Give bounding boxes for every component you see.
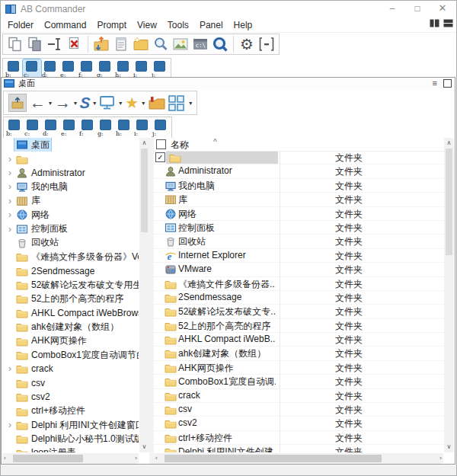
move-button[interactable] [92, 35, 110, 53]
menu-item-command[interactable]: Command [39, 20, 91, 30]
file-row[interactable]: 回收站文件夹 [154, 235, 444, 248]
drive-button-d[interactable]: d: [41, 59, 59, 78]
quick-search-button[interactable] [211, 35, 229, 53]
scrollbar-thumb[interactable] [446, 149, 452, 255]
tree-item[interactable]: ›控制面板 [2, 222, 139, 235]
file-row[interactable]: 库文件夹 [154, 193, 444, 206]
tree-item[interactable]: ›我的电脑 [2, 180, 139, 193]
tree-item[interactable]: 52上的那个高亮的程序 [2, 292, 139, 305]
tree-item[interactable]: ahk创建对象（数组） [2, 320, 139, 334]
drive-button-g[interactable]: g: [96, 59, 114, 78]
file-row[interactable]: VMware文件夹 [154, 263, 444, 276]
image-viewer-button[interactable] [171, 35, 190, 53]
expand-chevron-icon[interactable]: › [5, 196, 14, 206]
tree-item[interactable]: ›网络 [2, 208, 139, 222]
drive-button-j[interactable]: j: [151, 59, 169, 78]
scroll-right-icon[interactable]: › [439, 454, 442, 463]
scroll-down-icon[interactable]: ∨ [139, 442, 149, 452]
file-row[interactable]: ComboBox1宽度自动调...文件夹 [154, 375, 444, 388]
drive-button-b[interactable]: b: [5, 118, 24, 137]
file-row[interactable]: 《难搞文件多级备份器...文件夹 [154, 277, 444, 291]
file-row[interactable]: csv文件夹 [154, 403, 444, 417]
drive-button-e[interactable]: e: [59, 59, 78, 78]
tree-item[interactable]: 《难搞文件多级备份器》Ver. [2, 250, 139, 264]
file-row[interactable]: 我的电脑文件夹 [154, 179, 444, 193]
expand-chevron-icon[interactable]: › [5, 209, 14, 220]
file-row[interactable]: 52破解论坛发布破文专...文件夹 [154, 305, 444, 318]
tree-vertical-scrollbar[interactable]: ∧ ∨ [139, 138, 149, 452]
settings-button[interactable]: ⚙ [238, 35, 256, 53]
tree-item[interactable]: ›Delphi 利用INI文件创建窗口 [2, 418, 139, 432]
forward-history-dropdown[interactable]: ▾ [72, 100, 79, 107]
drive-button-g[interactable]: g: [97, 118, 115, 137]
scrollbar-thumb[interactable] [13, 455, 83, 462]
tree-item[interactable]: csv2 [2, 390, 139, 404]
menu-item-folder[interactable]: Folder [2, 20, 39, 30]
menu-item-tools[interactable]: Tools [162, 20, 194, 30]
file-row[interactable]: Administrator文件夹 [154, 165, 444, 178]
tree-item[interactable]: ›Administrator [2, 166, 139, 180]
horizontal-split-icon[interactable] [443, 19, 453, 27]
tree-item[interactable]: ComboBox1宽度自动调节的 [2, 348, 139, 362]
tree-item[interactable]: ctrl+移动控件 [2, 404, 139, 417]
copy-contents-button[interactable] [26, 35, 44, 53]
favorites-button[interactable]: ★ [125, 92, 139, 113]
panel-restore-icon[interactable] [443, 79, 452, 88]
list-vertical-scrollbar[interactable]: ∧ ∨ [444, 138, 454, 452]
swap-dropdown[interactable]: ▾ [91, 100, 98, 107]
tree-item[interactable]: ›库 [2, 194, 139, 208]
scrollbar-thumb[interactable] [141, 149, 148, 232]
drive-button-c[interactable]: c: [23, 59, 41, 78]
close-button[interactable]: ✕ [432, 1, 453, 16]
scroll-down-icon[interactable]: ∨ [444, 442, 454, 452]
file-row[interactable]: ahk创建对象（数组）文件夹 [154, 347, 444, 360]
maximize-button[interactable]: □ [407, 1, 428, 16]
rename-button[interactable] [46, 35, 64, 53]
views-button[interactable] [168, 92, 186, 113]
file-row[interactable]: 网络文件夹 [154, 207, 444, 221]
file-row[interactable]: Delphi 利用INI文件创建...文件夹 [154, 445, 444, 452]
drive-button-i[interactable]: i: [133, 118, 152, 137]
forward-button[interactable]: → [55, 92, 71, 113]
back-history-dropdown[interactable]: ▾ [46, 100, 54, 107]
views-dropdown[interactable]: ▾ [187, 100, 194, 107]
drive-button-d[interactable]: d: [42, 118, 60, 137]
expand-chevron-icon[interactable]: › [5, 181, 14, 192]
minimize-button[interactable]: – [382, 1, 403, 16]
drive-button-j[interactable]: j: [152, 118, 170, 137]
tree-item[interactable]: Delphi贴心小秘书1.0测试版 [2, 432, 139, 446]
file-row[interactable]: 52上的那个高亮的程序文件夹 [154, 319, 444, 333]
copy-button[interactable] [6, 35, 24, 53]
new-folder-button[interactable] [132, 35, 150, 53]
tree-item[interactable]: 桌面 [2, 138, 139, 152]
scroll-up-icon[interactable]: ∧ [139, 139, 149, 148]
tree-item[interactable]: 2Sendmessage [2, 264, 139, 278]
tree-item[interactable]: AHKL Compact iWebBrows [2, 306, 139, 320]
drive-button-c[interactable]: c: [24, 118, 42, 137]
my-computer-button[interactable] [99, 92, 116, 113]
list-header[interactable]: 名称 ^ [154, 138, 444, 152]
file-row[interactable]: ✓文件夹 [154, 151, 444, 165]
expand-chevron-icon[interactable]: › [5, 420, 14, 430]
scrollbar-thumb[interactable] [165, 455, 382, 462]
computer-dropdown[interactable]: ▾ [117, 100, 124, 107]
search-button[interactable] [152, 35, 170, 53]
swap-panels-button[interactable]: S [80, 92, 90, 113]
tree-item[interactable]: ›crack [2, 362, 139, 375]
tree-item[interactable]: › [2, 152, 139, 165]
edit-button[interactable] [112, 35, 130, 53]
vertical-split-icon[interactable] [430, 19, 439, 27]
drive-button-h[interactable]: h: [114, 59, 133, 78]
drive-button-f[interactable]: f: [78, 59, 96, 78]
drive-button-e[interactable]: e: [60, 118, 78, 137]
file-row[interactable]: 控制面板文件夹 [154, 221, 444, 235]
scroll-right-icon[interactable]: › [135, 454, 137, 463]
file-row[interactable]: AHKL Compact iWebB...文件夹 [154, 333, 444, 347]
file-row[interactable]: AHK网页操作文件夹 [154, 361, 444, 375]
menu-item-panel[interactable]: Panel [194, 20, 228, 30]
back-button[interactable]: ← [30, 92, 46, 113]
list-horizontal-scrollbar[interactable]: ‹ › [154, 453, 443, 464]
command-prompt-button[interactable]: c:\ [191, 35, 209, 53]
row-checkbox[interactable]: ✓ [155, 152, 165, 162]
drive-button-i[interactable]: i: [133, 59, 151, 78]
